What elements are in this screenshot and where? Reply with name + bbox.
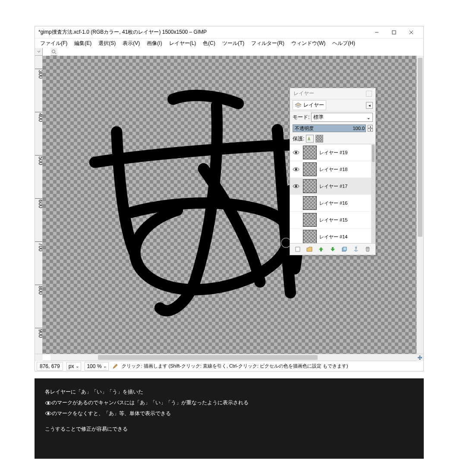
window-title: *gimp捜査方法.xcf-1.0 (RGBカラー, 41枚のレイヤー) 150… (38, 29, 368, 36)
svg-point-16 (47, 402, 50, 404)
menu-colors[interactable]: 色(C) (199, 39, 219, 48)
layer-row[interactable]: レイヤー #16 (290, 195, 371, 212)
titlebar[interactable]: *gimp捜査方法.xcf-1.0 (RGBカラー, 41枚のレイヤー) 150… (35, 26, 423, 38)
open-layer-button[interactable] (306, 245, 313, 253)
layer-mode-value: 標準 (313, 114, 324, 121)
paintbrush-icon (112, 363, 118, 369)
layer-list-scrollbar[interactable] (371, 144, 375, 243)
menubar: ファイル(F) 編集(E) 選択(S) 表示(V) 画像(I) レイヤー(L) … (35, 38, 423, 48)
layer-visibility-toggle[interactable] (292, 150, 300, 155)
menu-image[interactable]: 画像(I) (143, 39, 165, 48)
layers-tab[interactable]: レイヤー (293, 100, 326, 110)
menu-file[interactable]: ファイル(F) (37, 39, 71, 48)
new-layer-button[interactable] (294, 245, 302, 253)
eye-icon (45, 400, 52, 406)
caption-line4: こうすることで修正が容易にできる (45, 424, 413, 434)
menu-filters[interactable]: フィルター(R) (248, 39, 288, 48)
opacity-value: 100.0 (353, 126, 365, 131)
quickmask-toggle[interactable] (35, 354, 43, 361)
layer-down-button[interactable] (329, 245, 337, 253)
status-hint: クリック: 描画します (Shift-クリック: 直線を引く, Ctrl-クリッ… (122, 363, 348, 369)
svg-point-8 (295, 168, 297, 171)
svg-point-9 (295, 185, 297, 187)
svg-rect-15 (366, 247, 369, 248)
layer-row[interactable]: レイヤー #15 (290, 212, 371, 228)
eye-icon (45, 411, 52, 416)
layer-thumbnail (303, 196, 317, 210)
svg-rect-1 (392, 31, 396, 34)
menu-tools[interactable]: ツール(T) (219, 39, 248, 48)
caption-line3: のマークをなくすと、「あ」等、単体で表示できる (45, 409, 413, 419)
svg-point-17 (47, 413, 50, 415)
layer-list[interactable]: レイヤー #19レイヤー #18レイヤー #17レイヤー #16レイヤー #15… (290, 144, 371, 243)
menu-layer[interactable]: レイヤー(L) (166, 39, 200, 48)
duplicate-layer-button[interactable] (340, 245, 348, 253)
zoom-corner-icon[interactable] (50, 48, 57, 56)
canvas[interactable]: レイヤー レイヤー ◂ モード: 標準 ⌄ (43, 56, 416, 354)
menu-help[interactable]: ヘルプ(H) (329, 39, 359, 48)
layers-stack-icon (295, 102, 302, 108)
navigation-icon[interactable] (416, 354, 423, 361)
menu-edit[interactable]: 編集(E) (71, 39, 95, 48)
anchor-layer-button[interactable] (352, 245, 360, 253)
zoom-selector[interactable]: 100 % (85, 362, 109, 371)
svg-rect-10 (296, 247, 300, 251)
lock-label: 保護: (293, 135, 304, 143)
opacity-slider[interactable]: 不透明度 100.0 (293, 124, 366, 132)
caption-line2: のマークがあるのでキャンバスには「あ」「い」「う」が重なったように表示される (45, 398, 413, 408)
scrollbar-horizontal[interactable] (50, 354, 416, 361)
chevron-down-icon: ⌄ (366, 114, 371, 121)
caption-box: 各レイヤーに「あ」「い」「う」を描いた のマークがあるのでキャンバスには「あ」「… (35, 378, 424, 459)
layer-thumbnail (303, 230, 317, 243)
maximize-button[interactable] (385, 27, 403, 38)
scrollbar-vertical[interactable] (416, 56, 423, 354)
layer-thumbnail (303, 179, 317, 193)
layer-row[interactable]: レイヤー #19 (290, 144, 371, 161)
layer-visibility-toggle[interactable] (292, 167, 300, 172)
ruler-corner[interactable] (35, 48, 43, 56)
menu-view[interactable]: 表示(V) (119, 39, 143, 48)
layer-mode-label: モード: (293, 114, 309, 121)
opacity-spinner[interactable]: ▴▾ (368, 125, 373, 132)
layer-thumbnail (303, 213, 317, 227)
layer-name-label[interactable]: レイヤー #19 (319, 149, 369, 156)
menu-windows[interactable]: ウィンドウ(W) (288, 39, 329, 48)
unit-selector[interactable]: px (66, 362, 82, 371)
delete-layer-button[interactable] (364, 245, 372, 253)
layer-row[interactable]: レイヤー #17 (290, 178, 371, 195)
svg-rect-12 (343, 247, 347, 251)
svg-point-4 (52, 50, 55, 53)
ruler-vertical[interactable]: 300400500600700800900 (35, 56, 43, 354)
layer-name-label[interactable]: レイヤー #18 (319, 166, 369, 173)
layer-up-button[interactable] (317, 245, 325, 253)
close-button[interactable] (403, 27, 420, 38)
layer-row[interactable]: レイヤー #14 (290, 228, 371, 243)
layers-dialog-close-icon[interactable] (366, 91, 372, 97)
layer-row[interactable]: レイヤー #18 (290, 161, 371, 178)
layer-name-label[interactable]: レイヤー #16 (319, 200, 369, 206)
layer-name-label[interactable]: レイヤー #14 (319, 234, 369, 240)
caption-line1: 各レイヤーに「あ」「い」「う」を描いた (45, 387, 413, 397)
gimp-main-window: *gimp捜査方法.xcf-1.0 (RGBカラー, 41枚のレイヤー) 150… (35, 26, 424, 371)
opacity-label: 不透明度 (295, 125, 314, 132)
workspace: 40050060070080090010001100 3004005006007… (35, 48, 423, 361)
svg-line-5 (55, 53, 56, 54)
layer-thumbnail (303, 146, 317, 159)
layer-visibility-toggle[interactable] (292, 184, 300, 189)
layer-name-label[interactable]: レイヤー #17 (319, 183, 369, 190)
lock-pixels-toggle[interactable] (306, 135, 314, 143)
menu-select[interactable]: 選択(S) (95, 39, 119, 48)
minimize-button[interactable] (368, 27, 385, 38)
layers-dialog[interactable]: レイヤー レイヤー ◂ モード: 標準 ⌄ (290, 88, 376, 255)
cursor-coords: 876, 679 (37, 362, 63, 371)
layers-dialog-title-text: レイヤー (293, 90, 314, 97)
layers-tab-menu-button[interactable]: ◂ (366, 102, 373, 109)
layer-name-label[interactable]: レイヤー #15 (319, 217, 369, 223)
layer-mode-dropdown[interactable]: 標準 ⌄ (311, 113, 373, 122)
svg-point-7 (295, 152, 297, 154)
layers-dialog-title[interactable]: レイヤー (290, 88, 375, 99)
layer-thumbnail (303, 162, 317, 176)
lock-alpha-toggle[interactable] (315, 135, 323, 143)
statusbar: 876, 679 px 100 % クリック: 描画します (Shift-クリッ… (35, 361, 423, 371)
layers-tab-label: レイヤー (303, 102, 324, 109)
